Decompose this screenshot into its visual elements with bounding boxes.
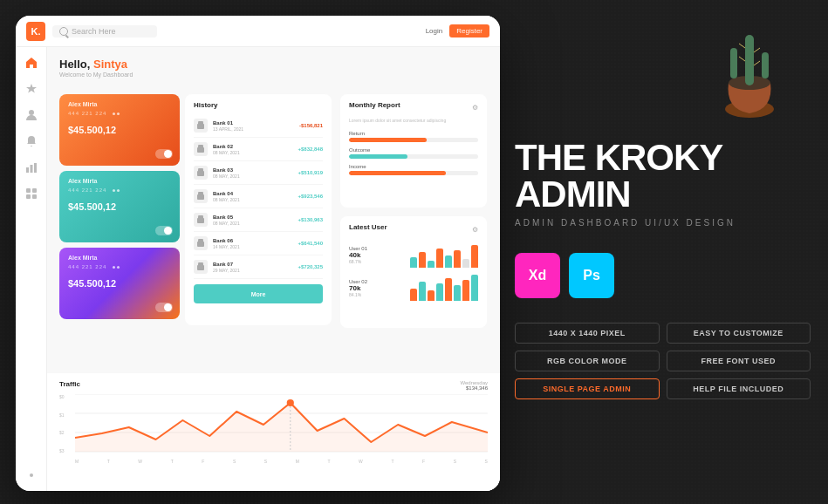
main-content: Hello, Sintya Welcome to My Dashboard Al… xyxy=(47,47,500,491)
feature-font: FREE FONT USED xyxy=(667,351,811,371)
chart-area xyxy=(75,394,488,453)
title-section: THE KROKY ADMIN Admin Dashboard UI/UX De… xyxy=(515,140,811,228)
content-header: Hello, Sintya Welcome to My Dashboard xyxy=(47,47,500,85)
history-item: Bank 04 08 MAY, 2021 +$923,546 xyxy=(194,185,323,208)
feature-single-page: SINGLE PAGE ADMIN xyxy=(515,378,660,399)
x-label: S xyxy=(485,459,488,464)
sidebar-star-icon[interactable] xyxy=(24,82,38,96)
traffic-section: Traffic Wednesday $134,346 $3 $2 $1 $0 xyxy=(47,373,500,491)
svg-rect-13 xyxy=(197,218,204,223)
ps-badge: Ps xyxy=(569,253,614,298)
svg-marker-20 xyxy=(75,403,488,452)
traffic-header: Traffic Wednesday $134,346 xyxy=(59,380,488,391)
history-title: History xyxy=(194,101,323,109)
user-2-sub: 84.1% xyxy=(349,292,405,297)
traffic-chart: $3 $2 $1 $0 xyxy=(59,394,488,464)
history-bank-5: Bank 05 xyxy=(213,215,292,220)
history-item: Bank 02 08 MAY, 2021 +$832,848 xyxy=(194,138,323,161)
history-date-3: 08 MAY, 2021 xyxy=(213,174,292,179)
user-1-sub: 68.7% xyxy=(349,259,405,264)
svg-rect-12 xyxy=(197,194,204,200)
svg-line-28 xyxy=(739,44,745,48)
user-row-1: User 01 40k 68.7% xyxy=(349,242,478,268)
traffic-x-labels: M T W T F S S M T W T F S S xyxy=(75,459,488,464)
report-header: Monthly Report ⚙ xyxy=(349,101,478,114)
card-3-number: 444 221 224 xyxy=(68,264,171,269)
x-label: F xyxy=(422,459,425,464)
svg-rect-1 xyxy=(26,167,29,173)
register-button[interactable]: Register xyxy=(449,24,489,37)
svg-rect-4 xyxy=(26,188,31,193)
user-1-chart xyxy=(410,242,478,268)
history-item: Bank 05 08 MAY, 2021 +$130,963 xyxy=(194,208,323,232)
more-button[interactable]: More xyxy=(194,284,323,303)
x-label: S xyxy=(233,459,236,464)
svg-rect-25 xyxy=(745,35,754,85)
svg-rect-3 xyxy=(34,163,37,173)
x-label: W xyxy=(138,459,142,464)
card-2-toggle[interactable] xyxy=(155,226,173,235)
report-settings-icon[interactable]: ⚙ xyxy=(472,104,478,112)
sidebar-home-icon[interactable] xyxy=(24,56,38,70)
latest-user-settings-icon[interactable]: ⚙ xyxy=(472,226,478,234)
history-amount-4: +$923,546 xyxy=(298,194,323,199)
login-button[interactable]: Login xyxy=(426,27,443,35)
history-bank-2: Bank 02 xyxy=(213,144,292,149)
svg-point-22 xyxy=(287,399,294,406)
traffic-y-labels: $3 $2 $1 $0 xyxy=(59,394,72,453)
feature-pixel: 1440 x 1440 PIXEL xyxy=(515,323,660,344)
history-bank-1: Bank 01 xyxy=(213,120,294,126)
card-2[interactable]: Alex Mirta 444 221 224 $45.500,12 xyxy=(59,171,180,242)
history-info-1: Bank 01 13 APRIL, 2021 xyxy=(213,120,294,132)
app-logo: K. xyxy=(26,22,45,41)
feature-help: HELP FILE INCLUDED xyxy=(667,378,811,399)
history-bank-icon xyxy=(194,166,208,180)
x-label: S xyxy=(264,459,267,464)
card-1-toggle[interactable] xyxy=(155,149,173,159)
sidebar-chart-icon[interactable] xyxy=(24,160,38,174)
card-2-number: 444 221 224 xyxy=(68,187,171,193)
greeting-name: Sintya xyxy=(93,58,127,71)
svg-rect-2 xyxy=(30,165,32,173)
bar-label-return: Return xyxy=(349,131,478,136)
greeting-title: Hello, Sintya xyxy=(59,58,488,71)
svg-rect-7 xyxy=(32,194,37,199)
sidebar-bell-icon[interactable] xyxy=(24,134,38,148)
cards-section: Alex Mirta 444 221 224 $45.500,12 Alex M… xyxy=(47,94,178,319)
features-grid: 1440 x 1440 PIXEL EASY TO CUSTOMIZE RGB … xyxy=(515,323,811,399)
history-info-7: Bank 07 29 MAY, 2021 xyxy=(213,262,292,273)
history-info-4: Bank 04 08 MAY, 2021 xyxy=(213,191,292,202)
history-amount-1: -$156,821 xyxy=(299,123,323,128)
x-label: T xyxy=(391,459,393,464)
card-3[interactable]: Alex Mirta 444 221 224 $45.500,12 xyxy=(59,248,180,319)
navbar: K. Search Here Login Register xyxy=(16,16,500,47)
sidebar-settings-icon[interactable] xyxy=(24,468,38,482)
history-date-4: 08 MAY, 2021 xyxy=(213,197,292,202)
greeting-subtitle: Welcome to My Dashboard xyxy=(59,72,488,78)
history-info-5: Bank 05 08 MAY, 2021 xyxy=(213,215,292,226)
card-3-toggle[interactable] xyxy=(155,303,173,312)
latest-user-section: Latest User ⚙ User 01 40k 68.7% xyxy=(340,216,487,328)
history-bank-icon xyxy=(194,213,208,227)
card-3-amount: $45.500,12 xyxy=(68,278,171,289)
latest-user-header: Latest User ⚙ xyxy=(349,223,478,236)
x-label: M xyxy=(75,459,79,464)
history-date-7: 29 MAY, 2021 xyxy=(213,268,292,273)
history-item: Bank 07 29 MAY, 2021 +$720,325 xyxy=(194,255,323,279)
sidebar xyxy=(16,47,47,491)
search-bar[interactable]: Search Here xyxy=(52,25,157,37)
history-bank-icon xyxy=(194,142,208,156)
sidebar-user-icon[interactable] xyxy=(24,108,38,122)
svg-rect-9 xyxy=(197,124,204,129)
sidebar-grid-icon[interactable] xyxy=(24,187,38,201)
card-1-amount: $45.500,12 xyxy=(68,125,171,135)
card-1[interactable]: Alex Mirta 444 221 224 $45.500,12 xyxy=(59,94,180,166)
feature-rgb: RGB COLOR MODE xyxy=(515,351,660,371)
history-date-6: 14 MAY, 2021 xyxy=(213,244,292,249)
history-info-2: Bank 02 08 MAY, 2021 xyxy=(213,144,292,155)
user-row-2: User 02 70k 84.1% xyxy=(349,275,478,301)
report-bar-income: Income xyxy=(349,164,478,175)
svg-rect-6 xyxy=(26,194,31,199)
bar-track-income xyxy=(349,171,478,175)
bar-track-outcome xyxy=(349,154,478,159)
